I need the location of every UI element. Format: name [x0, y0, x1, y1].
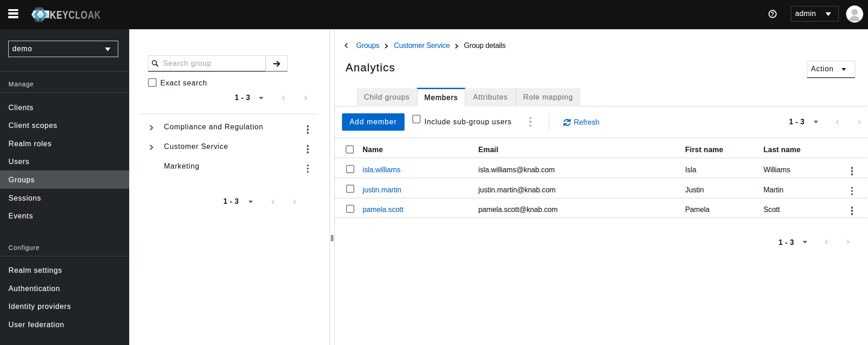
svg-text:?: ?	[770, 11, 774, 17]
svg-text:KEYCLOAK: KEYCLOAK	[50, 9, 101, 21]
